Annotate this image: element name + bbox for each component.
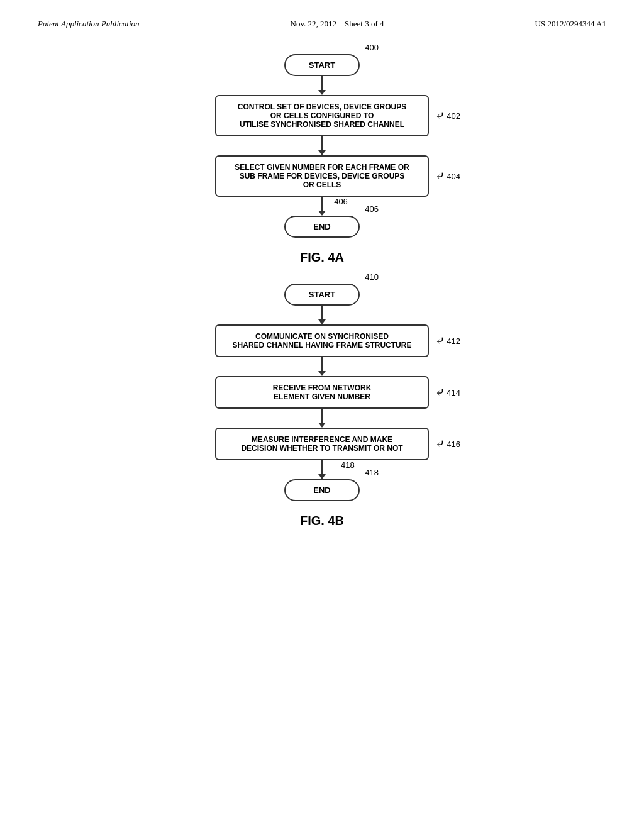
header-sheet: Sheet 3 of 4 [345, 19, 384, 28]
fig4b-label-412: ⤶ 412 [435, 334, 460, 348]
header-date-sheet: Nov. 22, 2012 Sheet 3 of 4 [291, 19, 384, 29]
fig4b-node-412: COMMUNICATE ON SYNCHRONISEDSHARED CHANNE… [215, 324, 429, 357]
header-date: Nov. 22, 2012 [291, 19, 337, 28]
fig4a-end-ref: 406 [365, 204, 379, 214]
fig4b-node-414-wrapper: RECEIVE FROM NETWORKELEMENT GIVEN NUMBER… [215, 376, 429, 409]
fig4a-end-node: END [284, 216, 360, 238]
fig4b-end-node: END [284, 479, 360, 501]
fig4b-label-416: ⤶ 416 [435, 437, 460, 451]
fig4a-caption: FIG. 4A [38, 250, 606, 265]
fig4b-node-416-wrapper: MEASURE INTERFERENCE AND MAKEDECISION WH… [215, 428, 429, 460]
fig4a-start-ref: 400 [365, 43, 379, 52]
arrow-7: 418 [318, 460, 326, 479]
fig4b-label-414: ⤶ 414 [435, 385, 460, 399]
fig4a-node-404: SELECT GIVEN NUMBER FOR EACH FRAME ORSUB… [215, 155, 429, 197]
fig4a-end-wrapper: 406 END [284, 216, 360, 238]
header-publication-label: Patent Application Publication [38, 19, 140, 29]
fig4a-label-402: ⤶ 402 [435, 109, 460, 123]
fig4b-start-node: START [284, 284, 360, 306]
fig4a-node-404-wrapper: SELECT GIVEN NUMBER FOR EACH FRAME ORSUB… [215, 155, 429, 197]
fig4a-label-404: ⤶ 404 [435, 169, 460, 183]
fig4b-node-412-wrapper: COMMUNICATE ON SYNCHRONISEDSHARED CHANNE… [215, 324, 429, 357]
fig4b-node-414: RECEIVE FROM NETWORKELEMENT GIVEN NUMBER [215, 376, 429, 409]
fig4a-end-ref-label: 406 [334, 197, 348, 206]
patent-page: Patent Application Publication Nov. 22, … [0, 0, 644, 830]
fig4a-node-402-wrapper: CONTROL SET OF DEVICES, DEVICE GROUPSOR … [215, 95, 429, 136]
arrow-1 [318, 76, 326, 95]
fig4b-flowchart: 410 START COMMUNICATE ON SYNCHRONISEDSHA… [38, 284, 606, 501]
arrow-5 [318, 357, 326, 376]
fig4b-end-ref-label: 418 [341, 460, 355, 470]
arrow-2 [318, 136, 326, 155]
arrow-3: 406 [318, 197, 326, 216]
arrow-4 [318, 306, 326, 324]
page-header: Patent Application Publication Nov. 22, … [38, 19, 606, 29]
fig4a-start-node: START [284, 54, 360, 76]
fig4b-start-ref: 410 [365, 272, 379, 282]
fig4b-end-ref: 418 [365, 468, 379, 477]
fig4a-flowchart: 400 START CONTROL SET OF DEVICES, DEVICE… [38, 54, 606, 238]
fig4b-caption: FIG. 4B [38, 514, 606, 528]
fig4b-node-416: MEASURE INTERFERENCE AND MAKEDECISION WH… [215, 428, 429, 460]
arrow-6 [318, 409, 326, 428]
fig4a-node-402: CONTROL SET OF DEVICES, DEVICE GROUPSOR … [215, 95, 429, 136]
header-patent-number: US 2012/0294344 A1 [535, 19, 606, 29]
fig4b-end-wrapper: 418 END [284, 479, 360, 501]
